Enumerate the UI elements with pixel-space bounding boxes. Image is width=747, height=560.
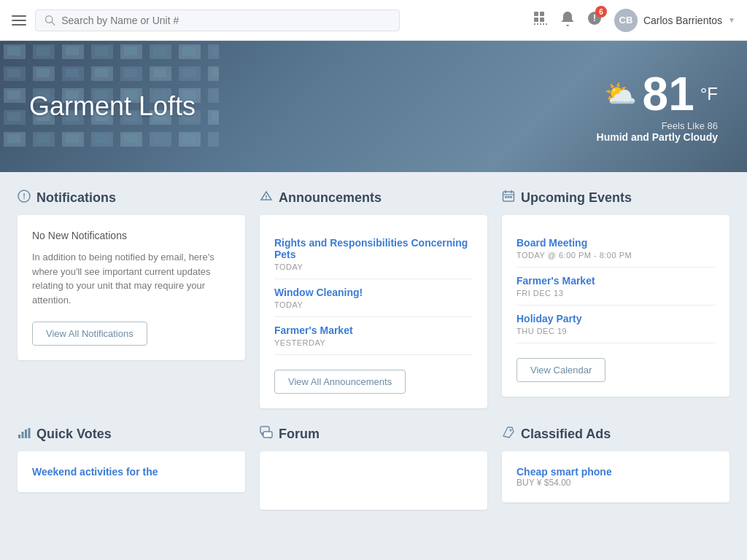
announcement-item-3: Farmer's Market YESTERDAY <box>274 317 473 355</box>
svg-rect-36 <box>25 429 27 438</box>
svg-point-26 <box>266 198 267 200</box>
svg-rect-32 <box>508 196 510 198</box>
hamburger-menu[interactable] <box>12 15 26 26</box>
notification-badge: 6 <box>595 6 607 18</box>
notifications-title: Notifications <box>36 190 116 206</box>
svg-rect-5 <box>540 18 544 22</box>
user-name: Carlos Barrientos <box>643 15 722 26</box>
no-notifications-label: No New Notifications <box>32 230 231 241</box>
svg-rect-8 <box>540 23 541 25</box>
svg-point-40 <box>510 429 512 432</box>
classified-ads-section: Classified Ads Cheap smart phone BUY ¥ $… <box>502 426 729 510</box>
hero-banner: Garment Lofts ⛅ 81 °F Feels Like 86 Humi… <box>0 41 747 172</box>
notifications-card: No New Notifications In addition to bein… <box>18 215 245 360</box>
announcement-item-2: Window Cleaning! TODAY <box>274 279 473 317</box>
svg-rect-9 <box>543 23 544 25</box>
notifications-icon: ! <box>18 190 31 206</box>
announcements-section: Announcements Rights and Responsibilitie… <box>260 190 487 408</box>
svg-rect-37 <box>28 428 31 438</box>
svg-rect-3 <box>540 12 544 16</box>
apps-icon[interactable] <box>533 10 549 30</box>
event-title-2[interactable]: Farmer's Market <box>516 275 715 287</box>
announcement-item-1: Rights and Responsibilities Concerning P… <box>274 230 473 279</box>
svg-rect-7 <box>537 23 538 25</box>
quick-votes-title: Quick Votes <box>36 427 112 442</box>
quick-votes-section: Quick Votes Weekend activities for the <box>18 426 245 510</box>
announcement-date-1: TODAY <box>274 262 473 271</box>
ad-item-price: BUY ¥ $54.00 <box>516 478 715 488</box>
ad-item-title[interactable]: Cheap smart phone <box>516 466 715 478</box>
classified-ads-card: Cheap smart phone BUY ¥ $54.00 <box>502 451 729 502</box>
main-content-grid: ! Notifications No New Notifications In … <box>0 172 747 426</box>
search-icon <box>44 15 55 26</box>
svg-line-1 <box>52 22 55 25</box>
svg-rect-39 <box>263 432 272 438</box>
event-title-3[interactable]: Holiday Party <box>516 313 715 324</box>
notifications-description: In addition to being notified by email, … <box>32 250 231 307</box>
nav-right-area: ! 6 CB Carlos Barrientos ▼ <box>533 9 735 32</box>
announcements-title: Announcements <box>279 190 382 206</box>
user-avatar: CB <box>614 9 638 32</box>
weather-widget: ⛅ 81 °F Feels Like 86 Humid and Partly C… <box>568 71 747 143</box>
view-all-announcements-button[interactable]: View All Announcements <box>274 370 406 394</box>
notifications-section: ! Notifications No New Notifications In … <box>18 190 245 408</box>
svg-rect-2 <box>534 12 538 16</box>
classified-ads-icon <box>502 426 515 443</box>
view-calendar-button[interactable]: View Calendar <box>516 358 605 382</box>
svg-rect-33 <box>510 196 512 198</box>
quick-votes-card: Weekend activities for the <box>18 451 245 492</box>
upcoming-events-card: Board Meeting TODAY @ 6:00 PM - 8:00 PM … <box>502 215 729 397</box>
top-navigation: ! 6 CB Carlos Barrientos ▼ <box>0 0 747 41</box>
feels-like: Feels Like 86 <box>597 120 718 131</box>
user-menu[interactable]: CB Carlos Barrientos ▼ <box>614 9 735 32</box>
svg-rect-35 <box>22 432 24 438</box>
vote-item-title[interactable]: Weekend activities for the <box>32 466 231 478</box>
calendar-icon <box>502 190 515 206</box>
event-date-1: TODAY @ 6:00 PM - 8:00 PM <box>516 251 715 260</box>
svg-rect-31 <box>505 196 507 198</box>
weather-description: Humid and Partly Cloudy <box>597 131 718 143</box>
event-item-3: Holiday Party THU DEC 19 <box>516 306 715 343</box>
announcement-date-3: YESTERDAY <box>274 338 473 347</box>
announcement-title-3[interactable]: Farmer's Market <box>274 324 473 336</box>
forum-section: Forum <box>260 426 487 510</box>
announcements-icon <box>260 190 273 206</box>
bell-icon[interactable] <box>560 10 575 30</box>
alert-icon[interactable]: ! 6 <box>587 10 603 30</box>
search-input[interactable] <box>61 15 390 26</box>
svg-rect-34 <box>18 435 20 438</box>
announcement-title-1[interactable]: Rights and Responsibilities Concerning P… <box>274 237 473 260</box>
view-all-notifications-button[interactable]: View All Notifications <box>32 322 147 346</box>
quick-votes-icon <box>18 426 31 443</box>
forum-card <box>260 451 487 510</box>
event-date-2: FRI DEC 13 <box>516 289 715 298</box>
hero-property-info: Garment Lofts <box>0 91 568 122</box>
forum-icon <box>260 426 273 443</box>
temperature: 81 <box>643 71 694 117</box>
svg-rect-4 <box>534 18 538 22</box>
upcoming-events-section: Upcoming Events Board Meeting TODAY @ 6:… <box>502 190 729 408</box>
classified-ads-title: Classified Ads <box>521 427 611 442</box>
user-dropdown-icon: ▼ <box>728 16 735 24</box>
upcoming-events-title: Upcoming Events <box>521 190 632 206</box>
event-item-2: Farmer's Market FRI DEC 13 <box>516 268 715 306</box>
event-date-3: THU DEC 19 <box>516 327 715 335</box>
svg-rect-10 <box>546 23 547 25</box>
weather-icon: ⛅ <box>604 79 637 109</box>
announcement-title-2[interactable]: Window Cleaning! <box>274 287 473 298</box>
announcement-date-2: TODAY <box>274 300 473 309</box>
svg-rect-6 <box>534 23 535 25</box>
event-item-1: Board Meeting TODAY @ 6:00 PM - 8:00 PM <box>516 230 715 268</box>
property-name: Garment Lofts <box>29 91 538 122</box>
announcements-card: Rights and Responsibilities Concerning P… <box>260 215 487 408</box>
event-title-1[interactable]: Board Meeting <box>516 237 715 249</box>
forum-title: Forum <box>279 427 320 442</box>
temp-unit: °F <box>700 84 718 104</box>
search-bar[interactable] <box>35 9 400 31</box>
bottom-content-grid: Quick Votes Weekend activities for the F… <box>0 426 747 527</box>
svg-text:!: ! <box>23 192 26 201</box>
